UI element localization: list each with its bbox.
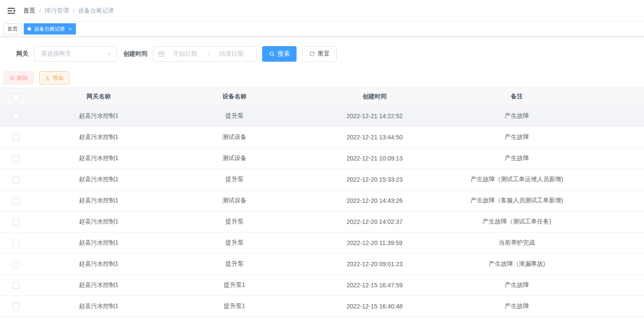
active-dot-icon [28,27,31,31]
row-checkbox[interactable] [13,261,19,268]
column-header-remark: 备注 [446,88,588,106]
cell-created: 2022-12-20 11:39:59 [303,233,446,254]
cell-created: 2022-12-21 14:22:52 [303,106,446,127]
delete-button[interactable]: 删除 [3,71,34,85]
row-checkbox[interactable] [13,113,19,120]
date-range-picker[interactable]: 开始日期 - 结束日期 [153,46,256,62]
trash-icon [9,75,15,81]
calendar-icon [158,50,165,57]
chevron-down-icon [106,51,112,57]
cell-filler [588,275,644,296]
cell-device: 提升泵 [166,106,303,127]
cell-gateway: 赵县污水控制1 [32,254,166,275]
row-checkbox[interactable] [13,219,19,226]
top-navbar: 首页 / 排污管理 / 设备台账记录 [0,0,644,22]
row-checkbox[interactable] [13,134,19,141]
filter-bar: 网关 请选择网关 创建时间 开始日期 - 结束日期 搜索 重置 [16,46,644,62]
cell-remark: 产生故障（测试工单运维人员新增) [446,169,588,190]
gateway-select[interactable]: 请选择网关 [34,46,117,62]
row-checkbox[interactable] [13,282,19,289]
tab-home[interactable]: 首页 [3,23,22,35]
cell-device: 提升泵 [166,169,303,190]
table-body: 赵县污水控制1 提升泵 2022-12-21 14:22:52 产生故障 赵县污… [0,106,644,317]
cell-gateway: 赵县污水控制1 [32,233,166,254]
cell-created: 2022-12-21 10:09:13 [303,148,446,169]
date-range-separator: - [206,50,211,57]
created-time-label: 创建时间 [123,50,147,58]
cell-remark: 产生故障 [446,106,588,127]
cell-filler [588,296,644,317]
cell-gateway: 赵县污水控制1 [32,296,166,317]
sidebar-fold-icon[interactable] [7,6,16,15]
cell-device: 测试设备 [166,148,303,169]
table-header-row: 网关名称 设备名称 创建时间 备注 [0,88,644,106]
cell-created: 2022-12-15 16:40:48 [303,296,446,317]
cell-created: 2022-12-20 09:01:23 [303,254,446,275]
table-row[interactable]: 赵县污水控制1 提升泵 2022-12-20 14:02:37 产生故障（测试工… [0,211,644,233]
gateway-select-placeholder: 请选择网关 [41,50,71,58]
column-header-created: 创建时间 [303,88,446,106]
cell-device: 提升泵 [166,233,303,254]
tab-device-ledger[interactable]: 设备台账记录 × [24,23,76,35]
cell-created: 2022-12-20 14:02:37 [303,211,446,233]
table-row[interactable]: 赵县污水控制1 提升泵 2022-12-21 14:22:52 产生故障 [0,106,644,127]
table-row[interactable]: 赵县污水控制1 提升泵1 2022-12-15 16:47:59 产生故障 [0,275,644,296]
row-checkbox[interactable] [13,240,19,247]
search-button[interactable]: 搜索 [262,46,297,62]
action-bar: 删除 导出 [3,71,644,85]
cell-gateway: 赵县污水控制1 [32,106,166,127]
cell-filler [588,211,644,233]
column-header-gateway: 网关名称 [32,88,166,106]
cell-gateway: 赵县污水控制1 [32,127,166,148]
select-all-checkbox[interactable] [13,94,19,101]
start-date-input[interactable]: 开始日期 [165,50,206,58]
cell-gateway: 赵县污水控制1 [32,211,166,233]
refresh-icon [309,51,315,57]
cell-created: 2022-12-21 13:44:50 [303,127,446,148]
cell-remark: 当前养护完成 [446,233,588,254]
cell-remark: 产生故障 [446,296,588,317]
breadcrumb-item-pollution: 排污管理 [45,7,69,15]
row-checkbox[interactable] [13,198,19,204]
table-row[interactable]: 赵县污水控制1 测试设备 2022-12-21 10:09:13 产生故障 [0,148,644,169]
table-row[interactable]: 赵县污水控制1 提升泵 2022-12-20 15:33:23 产生故障（测试工… [0,169,644,190]
table-row[interactable]: 赵县污水控制1 提升泵 2022-12-20 09:01:23 产生故障（泄漏事… [0,254,644,275]
cell-filler [588,127,644,148]
breadcrumb-item-ledger: 设备台账记录 [78,7,114,15]
table-row[interactable]: 赵县污水控制1 测试设备 2022-12-21 13:44:50 产生故障 [0,127,644,148]
cell-remark: 产生故障（测试工单任务) [446,211,588,233]
cell-filler [588,106,644,127]
breadcrumb-separator: / [73,7,75,14]
tab-device-ledger-label: 设备台账记录 [34,25,65,33]
cell-remark: 产生故障 [446,127,588,148]
cell-created: 2022-12-20 14:43:26 [303,190,446,211]
cell-filler [588,254,644,275]
row-checkbox[interactable] [13,155,19,162]
tab-home-label: 首页 [7,25,18,33]
cell-device: 提升泵1 [166,275,303,296]
export-button[interactable]: 导出 [39,71,69,85]
tab-close-icon[interactable]: × [69,26,72,32]
cell-filler [588,233,644,254]
row-checkbox[interactable] [13,176,19,183]
table-row[interactable]: 赵县污水控制1 提升泵 2022-12-20 11:39:59 当前养护完成 [0,233,644,254]
cell-filler [588,169,644,190]
table-row[interactable]: 赵县污水控制1 提升泵1 2022-12-15 16:40:48 产生故障 [0,296,644,317]
breadcrumb-separator: / [39,7,41,14]
cell-gateway: 赵县污水控制1 [32,169,166,190]
cell-remark: 产生故障 [446,148,588,169]
cell-filler [588,148,644,169]
row-checkbox[interactable] [13,303,19,310]
column-header-filler [588,88,644,106]
cell-created: 2022-12-20 15:33:23 [303,169,446,190]
search-icon [269,51,275,57]
breadcrumb-home[interactable]: 首页 [23,7,35,15]
table-row[interactable]: 赵县污水控制1 测试设备 2022-12-20 14:43:26 产生故障（客服… [0,190,644,211]
cell-device: 提升泵 [166,254,303,275]
cell-filler [588,190,644,211]
gateway-label: 网关 [16,50,28,58]
cell-created: 2022-12-15 16:47:59 [303,275,446,296]
end-date-input[interactable]: 结束日期 [211,50,252,58]
reset-button[interactable]: 重置 [302,46,337,62]
breadcrumb: 首页 / 排污管理 / 设备台账记录 [23,7,114,15]
